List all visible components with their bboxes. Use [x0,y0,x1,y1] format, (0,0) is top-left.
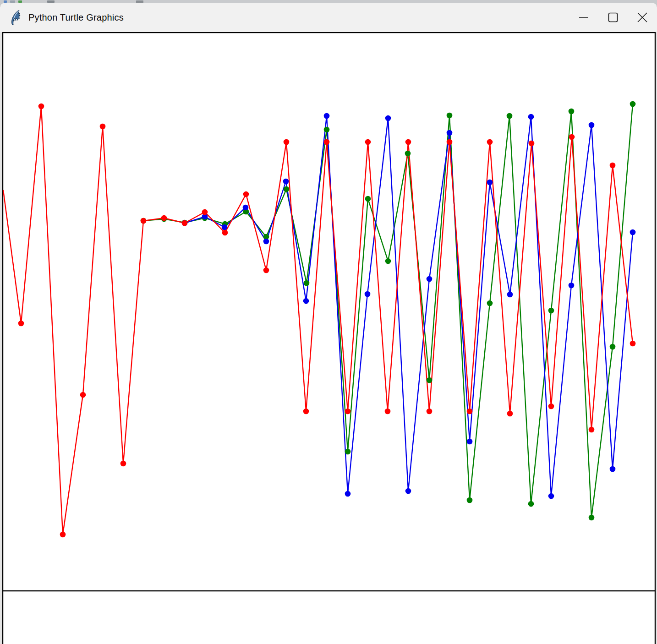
green-data-point [304,280,310,286]
red-data-point [487,139,493,145]
red-data-point [427,409,433,415]
red-data-point [100,124,106,130]
blue-data-point [324,113,330,119]
blue-data-point [365,291,371,297]
blue-data-point [385,115,391,121]
red-data-point [405,139,411,145]
blue-data-point [630,229,636,235]
turtle-graphics-window: Python Turtle Graphics [0,3,657,644]
blue-data-point [243,205,249,211]
red-data-point [18,321,24,327]
red-data-point [120,461,126,467]
red-data-point [324,139,330,145]
red-data-point [243,191,249,197]
maximize-button[interactable] [598,3,628,32]
turtle-canvas [0,32,657,644]
minimize-button[interactable] [569,3,598,32]
blue-data-point [467,439,473,445]
green-data-point [447,113,453,119]
red-data-point [80,392,86,398]
red-data-point [303,409,309,415]
red-data-point [38,104,44,109]
red-data-point [529,141,535,147]
maximize-icon [607,11,619,23]
green-data-point [548,308,554,314]
green-data-point [589,515,595,521]
green-data-point [385,258,391,264]
blue-data-point [263,239,269,245]
green-data-point [405,151,411,157]
close-icon [636,11,648,23]
green-data-point [427,377,433,383]
titlebar[interactable]: Python Turtle Graphics [0,3,657,32]
red-data-point [589,427,595,433]
red-data-point [284,139,290,145]
red-data-point [60,532,66,538]
red-data-point [141,218,147,224]
minimize-icon [578,11,590,23]
red-data-point [610,163,616,169]
red-data-point [630,341,636,347]
red-data-point [385,409,391,415]
blue-data-point [487,180,493,186]
blue-data-point [548,493,554,499]
close-button[interactable] [628,3,657,32]
canvas-bg [0,32,657,644]
green-data-point [365,196,371,202]
red-data-point [182,220,188,226]
green-data-point [467,497,473,503]
canvas-area [0,32,657,644]
red-data-point [447,139,453,145]
green-data-point [528,501,534,507]
red-data-point [548,404,554,409]
blue-data-point [405,488,411,494]
green-data-point [610,344,616,350]
red-data-point [222,230,228,236]
red-data-point [365,139,371,145]
red-data-point [345,409,351,415]
blue-data-point [222,224,228,230]
blue-data-point [283,179,289,185]
green-data-point [284,186,290,192]
red-data-point [161,215,167,221]
green-data-point [487,300,493,306]
blue-data-point [345,491,351,497]
red-data-point [569,134,575,140]
red-data-point [202,209,208,215]
frame-left [0,32,2,644]
green-data-point [569,109,575,115]
blue-data-point [447,130,453,136]
blue-data-point [427,276,433,282]
blue-data-point [610,466,616,472]
green-data-point [507,113,513,119]
blue-data-point [303,298,309,304]
blue-data-point [569,283,575,289]
green-data-point [324,127,330,133]
blue-data-point [528,114,534,120]
blue-data-point [589,122,595,128]
red-data-point [263,267,269,273]
python-feather-icon [10,10,23,25]
green-data-point [345,449,351,455]
red-data-point [467,409,473,415]
window-controls [569,3,657,32]
green-data-point [630,101,636,107]
window-title: Python Turtle Graphics [28,12,124,23]
blue-data-point [507,292,513,298]
red-data-point [507,411,513,417]
